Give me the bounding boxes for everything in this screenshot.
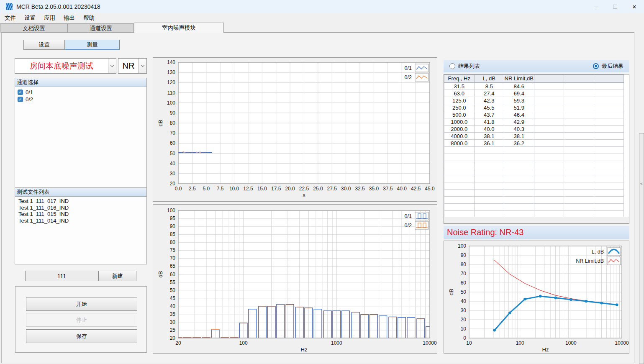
- table-row[interactable]: 63.027.469.4: [444, 90, 624, 97]
- svg-text:110: 110: [167, 90, 175, 96]
- svg-text:10000: 10000: [423, 340, 437, 346]
- table-cell: 69.4: [504, 90, 534, 97]
- new-button[interactable]: 新建: [98, 271, 136, 281]
- svg-text:80: 80: [170, 120, 176, 126]
- table-cell: [564, 104, 594, 111]
- table-row[interactable]: 500.043.746.4: [444, 111, 624, 118]
- svg-text:12.5: 12.5: [243, 186, 253, 192]
- table-cell: [564, 97, 594, 104]
- table-row[interactable]: 8000.036.136.2: [444, 140, 624, 147]
- svg-text:30.0: 30.0: [341, 186, 351, 192]
- table-cell: 8.5: [474, 83, 504, 90]
- svg-text:50: 50: [170, 287, 176, 293]
- maximize-icon: [613, 5, 617, 9]
- minimize-button[interactable]: [586, 0, 606, 13]
- start-button[interactable]: 开始: [26, 297, 137, 311]
- rating-select[interactable]: NR: [118, 58, 147, 74]
- test-file-item[interactable]: Test 1_111_016_IND: [18, 205, 146, 211]
- test-name-input[interactable]: [25, 271, 98, 281]
- table-empty-row: [444, 197, 624, 204]
- table-row[interactable]: 31.58.584.6: [444, 83, 624, 90]
- table-cell: 125.0: [444, 97, 475, 104]
- checkbox-icon[interactable]: ✓: [18, 97, 23, 102]
- close-button[interactable]: ✕: [625, 0, 644, 13]
- table-cell: 42.3: [474, 97, 504, 104]
- svg-text:0/2: 0/2: [405, 223, 412, 228]
- table-cell: [594, 111, 624, 118]
- radio-results-list-icon[interactable]: [449, 63, 455, 69]
- svg-text:65: 65: [170, 263, 176, 269]
- radio-last-result-icon[interactable]: [593, 63, 599, 69]
- svg-text:17.5: 17.5: [271, 186, 281, 192]
- table-cell: [534, 97, 564, 104]
- table-empty-row: [444, 154, 624, 161]
- svg-text:50: 50: [461, 289, 467, 295]
- channel-list: ✓0/1✓0/2: [15, 87, 147, 188]
- table-header-cell: [534, 75, 564, 83]
- svg-text:30: 30: [461, 308, 467, 313]
- table-row[interactable]: 1000.041.842.9: [444, 118, 624, 126]
- table-cell: 84.6: [504, 83, 534, 90]
- tab-document-settings[interactable]: 文档设置: [0, 23, 68, 33]
- table-row[interactable]: 4000.038.138.1: [444, 133, 624, 140]
- subtab-setup[interactable]: 设置: [23, 40, 65, 50]
- test-file-item[interactable]: Test 1_111_014_IND: [18, 218, 146, 224]
- table-cell: 500.0: [444, 111, 475, 118]
- table-cell: [564, 111, 594, 118]
- svg-text:7.5: 7.5: [217, 186, 224, 192]
- svg-text:45.0: 45.0: [425, 186, 435, 192]
- table-cell: 31.5: [444, 83, 475, 90]
- menu-item-file[interactable]: 文件: [2, 13, 19, 23]
- time-history-chart: 20304050607080901001101201301400.02.55.0…: [153, 58, 438, 202]
- table-cell: 41.8: [474, 118, 504, 126]
- test-file-item[interactable]: Test 1_111_017_IND: [18, 198, 146, 205]
- spectrum-chart-panel: 2025303540455055606570758085909510020100…: [153, 204, 437, 354]
- channel-item-0-1[interactable]: ✓0/1: [18, 89, 146, 96]
- svg-text:80: 80: [461, 261, 467, 267]
- table-cell: 27.4: [474, 90, 504, 97]
- rating-dropdown-button[interactable]: [139, 59, 146, 73]
- svg-text:dB: dB: [157, 271, 164, 278]
- table-header-cell: NR Limit,dB: [504, 75, 534, 83]
- table-row[interactable]: 125.042.359.3: [444, 97, 624, 104]
- maximize-button[interactable]: [606, 0, 625, 13]
- collapse-strip[interactable]: <: [639, 133, 644, 364]
- table-row[interactable]: 2000.040.040.3: [444, 126, 624, 133]
- table-cell: 63.0: [444, 90, 475, 97]
- svg-text:45: 45: [170, 295, 176, 301]
- subtab-measure[interactable]: 测量: [65, 40, 120, 50]
- checkbox-icon[interactable]: ✓: [18, 90, 23, 95]
- test-type-dropdown-button[interactable]: [108, 59, 116, 73]
- test-file-list: Test 1_111_017_INDTest 1_111_016_INDTest…: [15, 197, 147, 264]
- radio-results-list[interactable]: 结果列表: [449, 62, 480, 70]
- table-footer-strip: [444, 217, 629, 223]
- menu-item-application[interactable]: 应用: [41, 13, 58, 23]
- table-cell: [564, 90, 594, 97]
- svg-text:10000: 10000: [615, 340, 629, 346]
- minimize-icon: [594, 7, 598, 7]
- channel-item-0-2[interactable]: ✓0/2: [18, 96, 146, 103]
- table-row[interactable]: 250.045.551.9: [444, 104, 624, 111]
- tab-channel-settings[interactable]: 通道设置: [68, 23, 134, 33]
- svg-text:90: 90: [170, 110, 176, 116]
- radio-results-list-label: 结果列表: [458, 62, 480, 70]
- menu-item-settings[interactable]: 设置: [21, 13, 38, 23]
- radio-last-result[interactable]: 最后结果: [593, 62, 623, 70]
- save-button[interactable]: 保存: [26, 329, 137, 343]
- test-file-item[interactable]: Test 1_111_015_IND: [18, 211, 146, 218]
- table-cell: [564, 126, 594, 133]
- svg-text:55: 55: [170, 279, 176, 285]
- svg-text:0: 0: [463, 335, 466, 341]
- svg-text:40: 40: [170, 303, 176, 309]
- table-cell: [564, 133, 594, 140]
- test-type-select[interactable]: 房间本底噪声测试: [15, 58, 116, 74]
- menu-item-help[interactable]: 帮助: [80, 13, 97, 23]
- svg-text:10: 10: [461, 326, 467, 332]
- table-empty-row: [444, 147, 624, 154]
- tab-room-noise-module[interactable]: 室内噪声模块: [134, 23, 224, 33]
- svg-text:130: 130: [167, 69, 175, 75]
- table-cell: [534, 104, 564, 111]
- menu-item-output[interactable]: 输出: [61, 13, 78, 23]
- svg-text:20: 20: [170, 335, 176, 341]
- table-header-cell: [564, 75, 594, 83]
